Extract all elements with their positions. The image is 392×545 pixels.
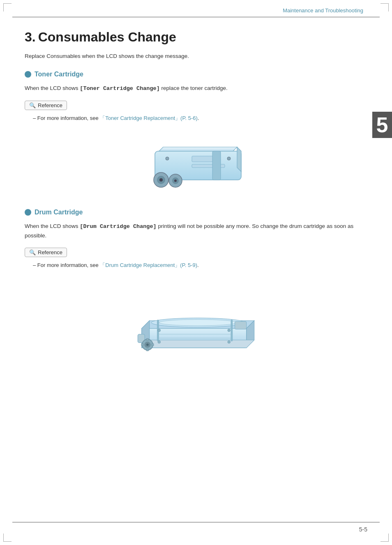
svg-point-10 xyxy=(166,157,169,160)
svg-rect-27 xyxy=(235,322,246,329)
svg-point-31 xyxy=(228,341,231,344)
section-title-drum: Drum Cartridge xyxy=(35,209,83,216)
corner-mark-tr xyxy=(380,3,389,11)
section-title-toner: Toner Cartridge xyxy=(35,71,83,78)
main-content: 5 3. Consumables Change Replace Consumab… xyxy=(0,17,392,397)
drum-highlight: [Drum Cartridge Change] xyxy=(80,223,156,230)
footer-line xyxy=(12,522,380,523)
svg-rect-9 xyxy=(212,151,221,180)
toner-reference-label: Reference xyxy=(38,102,62,108)
drum-ref-link[interactable]: 「Drum Cartridge Replacement」(P. 5-9) xyxy=(100,262,197,268)
svg-point-11 xyxy=(227,157,231,160)
svg-rect-24 xyxy=(231,320,233,341)
page-header: Maintenance and Troubleshooting xyxy=(12,0,380,17)
toner-desc: When the LCD shows [Toner Cartridge Chan… xyxy=(25,84,367,93)
intro-text: Replace Consumables when the LCD shows t… xyxy=(25,53,367,59)
section-dot-drum xyxy=(25,209,31,216)
section-drum-heading: Drum Cartridge xyxy=(25,209,367,216)
svg-point-29 xyxy=(228,329,231,332)
drum-reference-label: Reference xyxy=(38,249,62,255)
toner-cartridge-image xyxy=(130,131,262,196)
title-text: Consumables Change xyxy=(38,30,176,45)
chapter-tab: 5 xyxy=(372,112,392,138)
drum-cartridge-image xyxy=(126,278,266,360)
drum-image-area xyxy=(25,278,367,360)
drum-desc: When the LCD shows [Drum Cartridge Chang… xyxy=(25,222,367,240)
drum-ref-prefix: For more information, see xyxy=(37,262,100,268)
drum-reference-item: For more information, see 「Drum Cartridg… xyxy=(33,261,367,270)
svg-point-28 xyxy=(158,329,161,332)
section-toner-heading: Toner Cartridge xyxy=(25,71,367,78)
toner-reference-box: 🔍 Reference xyxy=(25,101,67,110)
toner-image-area xyxy=(25,131,367,196)
toner-reference-item: For more information, see 「Toner Cartrid… xyxy=(33,114,367,123)
toner-ref-prefix: For more information, see xyxy=(37,115,100,121)
drum-desc-prefix: When the LCD shows xyxy=(25,223,80,229)
toner-desc-suffix: replace the toner cartridge. xyxy=(160,85,228,91)
corner-mark-tl xyxy=(3,3,12,11)
reference-icon-drum: 🔍 xyxy=(29,249,36,255)
drum-reference-box: 🔍 Reference xyxy=(25,248,67,257)
corner-mark-br xyxy=(380,534,389,542)
svg-point-18 xyxy=(146,344,149,346)
svg-rect-21 xyxy=(141,344,143,346)
toner-highlight: [Toner Cartridge Change] xyxy=(80,85,159,92)
svg-point-30 xyxy=(158,341,161,344)
corner-mark-bl xyxy=(3,534,12,542)
svg-point-3 xyxy=(159,178,163,182)
section-dot-toner xyxy=(25,71,31,78)
svg-point-14 xyxy=(159,320,237,326)
page-title: 3. Consumables Change xyxy=(25,30,367,45)
svg-rect-22 xyxy=(152,344,154,346)
toner-desc-prefix: When the LCD shows xyxy=(25,85,80,91)
svg-rect-20 xyxy=(146,349,149,351)
header-title: Maintenance and Troubleshooting xyxy=(283,7,363,14)
title-number: 3. xyxy=(25,30,36,45)
reference-icon-toner: 🔍 xyxy=(29,102,36,108)
svg-rect-19 xyxy=(146,339,149,341)
toner-ref-link[interactable]: 「Toner Cartridge Replacement」(P. 5-6) xyxy=(100,115,197,121)
svg-point-6 xyxy=(174,179,177,182)
page-number: 5-5 xyxy=(359,526,367,533)
page-footer: 5-5 xyxy=(359,526,367,533)
